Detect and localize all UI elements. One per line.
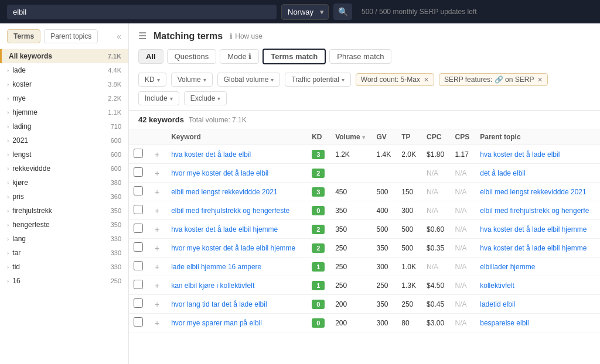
keyword-link[interactable]: kan elbil kjøre i kollektivfelt (171, 281, 254, 290)
sidebar-item[interactable]: › hjemme 1.1K (0, 105, 128, 119)
country-selector[interactable]: Norway (281, 4, 329, 20)
add-icon[interactable]: + (152, 225, 162, 234)
add-icon[interactable]: + (152, 169, 162, 178)
sidebar-item[interactable]: › kjøre 380 (0, 176, 128, 190)
row-checkbox[interactable] (134, 186, 143, 195)
col-volume[interactable]: Volume ▾ (330, 129, 371, 145)
col-gv[interactable]: GV (371, 129, 397, 145)
row-checkbox[interactable] (134, 261, 143, 270)
keyword-link[interactable]: hva koster det å lade elbil hjemme (171, 225, 278, 233)
keyword-cell: elbil med firehjulstrekk og hengerfeste (166, 201, 307, 220)
parent-topic-link[interactable]: ladetid elbil (480, 300, 515, 308)
add-icon[interactable]: + (152, 187, 162, 197)
col-cps[interactable]: CPS (450, 129, 475, 145)
sidebar-item[interactable]: › pris 360 (0, 190, 128, 204)
row-checkbox[interactable] (134, 242, 143, 252)
filter-volume[interactable]: Volume ▾ (171, 73, 213, 87)
parent-topic-link[interactable]: kollektivfelt (480, 281, 514, 290)
row-checkbox[interactable] (134, 298, 143, 308)
keyword-link[interactable]: hvor mye koster det å lade elbil hjemme (171, 244, 295, 252)
all-keywords-item[interactable]: All keywords 7.1K (0, 49, 128, 63)
kd-cell: 3 (307, 145, 330, 164)
filter-kd[interactable]: KD ▾ (138, 73, 166, 87)
add-icon[interactable]: + (152, 150, 162, 159)
kw-count: 350 (111, 207, 121, 214)
row-add-cell: + (148, 220, 166, 239)
search-button[interactable]: 🔍 (333, 4, 352, 20)
cell-value: $0.35 (427, 244, 444, 252)
col-kd[interactable]: KD (307, 129, 330, 145)
keyword-link[interactable]: lade elbil hjemme 16 ampere (171, 263, 261, 271)
add-icon[interactable]: + (152, 300, 162, 309)
search-input[interactable] (7, 5, 277, 19)
sidebar-item[interactable]: › lade 4.4K (0, 63, 128, 77)
row-checkbox[interactable] (134, 167, 143, 177)
parent-topic-link[interactable]: elbil med firehjulstrekk og hengerfe (480, 207, 589, 215)
table-row: + hvor mye sparer man på elbil 0 200 300… (129, 314, 600, 332)
sidebar-item[interactable]: › hengerfeste 350 (0, 218, 128, 232)
sidebar-item[interactable]: › 2021 600 (0, 133, 128, 147)
filter-exclude[interactable]: Exclude ▾ (184, 91, 227, 105)
add-icon[interactable]: + (152, 206, 162, 215)
add-icon[interactable]: + (152, 281, 162, 290)
kw-count: 4.4K (108, 67, 121, 74)
col-cpc[interactable]: CPC (422, 129, 450, 145)
sidebar-item[interactable]: › tid 330 (0, 260, 128, 274)
keyword-link[interactable]: elbil med firehjulstrekk og hengerfeste (171, 207, 289, 215)
col-tp[interactable]: TP (397, 129, 422, 145)
sidebar-item[interactable]: › koster 3.8K (0, 77, 128, 91)
keyword-link[interactable]: hva koster det å lade elbil (171, 150, 251, 159)
filter-traffic[interactable]: Traffic potential ▾ (285, 73, 350, 87)
parent-topic-link[interactable]: det å lade elbil (480, 169, 525, 177)
sidebar-item[interactable]: › lengst 600 (0, 147, 128, 162)
kw-label: lading (12, 122, 107, 131)
parent-topic-link[interactable]: hva koster det å lade elbil (480, 150, 560, 159)
row-checkbox[interactable] (134, 280, 143, 289)
sidebar-item[interactable]: › tar 330 (0, 246, 128, 260)
cps-cell: N/A (450, 295, 475, 314)
add-icon[interactable]: + (152, 262, 162, 272)
keyword-link[interactable]: hvor mye koster det å lade elbil (171, 169, 268, 177)
tab-terms-match[interactable]: Terms match (262, 49, 326, 64)
parent-topic-link[interactable]: hva koster det å lade elbil hjemme (480, 244, 587, 252)
sidebar-tab-terms[interactable]: Terms (7, 29, 40, 43)
sidebar-item[interactable]: › firehjulstrekk 350 (0, 204, 128, 218)
tab-phrase-match[interactable]: Phrase match (329, 49, 391, 64)
row-checkbox[interactable] (134, 149, 143, 158)
filter-include[interactable]: Include ▾ (138, 91, 179, 105)
sidebar-item[interactable]: › lang 330 (0, 232, 128, 246)
table-row: + hvor mye koster det å lade elbil hjemm… (129, 239, 600, 257)
sidebar-item[interactable]: › mye 2.2K (0, 91, 128, 105)
hamburger-icon[interactable]: ☰ (138, 30, 146, 42)
na-cell: N/A (455, 263, 466, 271)
collapse-icon[interactable]: « (117, 32, 121, 41)
parent-topic-link[interactable]: besparelse elbil (480, 319, 529, 327)
col-keyword[interactable]: Keyword (166, 129, 307, 145)
col-parent[interactable]: Parent topic (475, 129, 600, 145)
parent-topic-cell: elbillader hjemme (475, 257, 600, 276)
sidebar-tab-parent[interactable]: Parent topics (44, 29, 98, 43)
kd-badge: 0 (312, 300, 325, 309)
tab-all[interactable]: All (138, 49, 163, 64)
parent-topic-link[interactable]: elbil med lengst rekkeviddde 2021 (480, 188, 586, 196)
how-use-link[interactable]: ℹ How use (230, 32, 262, 40)
filter-global-volume[interactable]: Global volume ▾ (217, 73, 281, 87)
word-count-remove[interactable]: ✕ (424, 76, 429, 84)
tab-questions[interactable]: Questions (167, 49, 217, 64)
parent-topic-link[interactable]: hva koster det å lade elbil hjemme (480, 225, 587, 233)
sidebar-item[interactable]: › 16 250 (0, 274, 128, 288)
expand-arrow: › (7, 123, 9, 130)
add-icon[interactable]: + (152, 318, 162, 328)
row-checkbox[interactable] (134, 317, 143, 327)
sidebar-item[interactable]: › lading 710 (0, 119, 128, 133)
row-checkbox[interactable] (134, 205, 143, 214)
keyword-link[interactable]: hvor lang tid tar det å lade elbil (171, 300, 267, 308)
serp-remove[interactable]: ✕ (537, 76, 543, 84)
sidebar-item[interactable]: › rekkeviddde 600 (0, 162, 128, 176)
row-checkbox[interactable] (134, 224, 143, 233)
add-icon[interactable]: + (152, 243, 162, 253)
keyword-link[interactable]: elbil med lengst rekkeviddde 2021 (171, 188, 277, 196)
keyword-link[interactable]: hvor mye sparer man på elbil (171, 319, 262, 327)
parent-topic-link[interactable]: elbillader hjemme (480, 263, 535, 271)
tab-mode[interactable]: Mode ℹ (220, 49, 259, 64)
